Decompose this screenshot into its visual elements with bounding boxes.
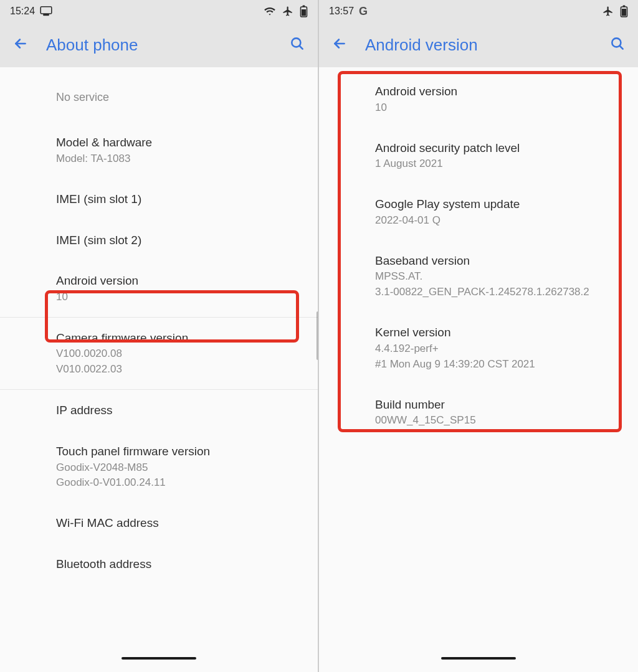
item-title: Bluetooth address bbox=[56, 556, 300, 572]
google-badge-icon: G bbox=[359, 5, 368, 18]
item-title: Model & hardware bbox=[56, 135, 300, 151]
app-bar: Android version bbox=[319, 22, 638, 67]
item-title: Camera firmware version bbox=[56, 330, 300, 346]
status-bar: 15:24 bbox=[0, 0, 318, 22]
android-version-item[interactable]: Android version 10 bbox=[0, 260, 318, 317]
airplane-icon bbox=[282, 6, 293, 17]
svg-rect-4 bbox=[302, 9, 306, 16]
item-title: IMEI (sim slot 2) bbox=[56, 232, 300, 248]
item-title: Android security patch level bbox=[375, 140, 621, 156]
home-indicator[interactable] bbox=[0, 653, 318, 672]
page-title: Android version bbox=[365, 35, 478, 55]
android-version-item[interactable]: Android version 10 bbox=[319, 71, 638, 128]
back-icon[interactable] bbox=[12, 35, 29, 54]
item-title: IP address bbox=[56, 402, 300, 419]
item-title: Android version bbox=[375, 83, 621, 100]
camera-firmware-item[interactable]: Camera firmware version V100.0020.08 V01… bbox=[0, 318, 318, 390]
wifi-icon bbox=[264, 6, 276, 16]
status-time: 15:24 bbox=[10, 6, 35, 17]
item-sub: #1 Mon Aug 9 14:39:20 CST 2021 bbox=[375, 357, 621, 372]
app-bar: About phone bbox=[0, 22, 318, 67]
item-sub: 10 bbox=[56, 290, 300, 305]
item-sub: Goodix-V2048-M85 bbox=[56, 461, 300, 475]
svg-rect-1 bbox=[43, 14, 49, 16]
svg-rect-3 bbox=[303, 6, 305, 7]
build-number-item[interactable]: Build number 00WW_4_15C_SP15 bbox=[319, 384, 638, 441]
status-time: 13:57 bbox=[329, 6, 354, 17]
item-sub: Goodix-0-V01.00.24.11 bbox=[56, 476, 300, 490]
security-patch-item[interactable]: Android security patch level 1 August 20… bbox=[319, 128, 638, 184]
phone-right: 13:57 G Android version And bbox=[319, 0, 638, 672]
item-title: Build number bbox=[375, 397, 621, 413]
bluetooth-address-item[interactable]: Bluetooth address bbox=[0, 544, 318, 585]
back-icon[interactable] bbox=[331, 35, 348, 54]
battery-icon bbox=[620, 5, 628, 17]
item-sub: V010.0022.03 bbox=[56, 362, 300, 377]
status-bar: 13:57 G bbox=[319, 0, 638, 22]
item-title: Baseband version bbox=[375, 253, 621, 269]
home-indicator[interactable] bbox=[319, 653, 638, 672]
item-title: Android version bbox=[56, 273, 300, 289]
kernel-item[interactable]: Kernel version 4.4.192-perf+ #1 Mon Aug … bbox=[319, 312, 638, 384]
content-area[interactable]: No service Model & hardware Model: TA-10… bbox=[0, 67, 318, 653]
item-title: Touch panel firmware version bbox=[56, 443, 300, 460]
item-sub: 3.1-00822_GEN_PACK-1.245278.1.262738.2 bbox=[375, 285, 621, 300]
phone-left: 15:24 bbox=[0, 0, 319, 672]
page-title: About phone bbox=[46, 35, 138, 55]
no-service-label: No service bbox=[56, 90, 300, 105]
imei-2-item[interactable]: IMEI (sim slot 2) bbox=[0, 220, 318, 261]
imei-1-item[interactable]: IMEI (sim slot 1) bbox=[0, 179, 318, 220]
item-sub: V100.0020.08 bbox=[56, 347, 300, 361]
baseband-item[interactable]: Baseband version MPSS.AT. 3.1-00822_GEN_… bbox=[319, 240, 638, 313]
ip-address-item[interactable]: IP address bbox=[0, 390, 318, 431]
search-icon[interactable] bbox=[289, 35, 305, 54]
item-sub: 4.4.192-perf+ bbox=[375, 342, 621, 356]
item-title: IMEI (sim slot 1) bbox=[56, 191, 300, 207]
svg-rect-7 bbox=[623, 6, 626, 7]
model-hardware-item[interactable]: Model & hardware Model: TA-1083 bbox=[0, 122, 318, 179]
google-play-update-item[interactable]: Google Play system update 2022-04-01 Q bbox=[319, 184, 638, 240]
svg-rect-8 bbox=[622, 9, 626, 16]
content-area[interactable]: Android version 10 Android security patc… bbox=[319, 67, 638, 653]
item-sub: 00WW_4_15C_SP15 bbox=[375, 414, 621, 428]
item-sub: 10 bbox=[375, 101, 621, 115]
item-sub: Model: TA-1083 bbox=[56, 152, 300, 166]
airplane-icon bbox=[602, 6, 614, 17]
touch-panel-firmware-item[interactable]: Touch panel firmware version Goodix-V204… bbox=[0, 431, 318, 503]
wifi-mac-item[interactable]: Wi-Fi MAC address bbox=[0, 503, 318, 544]
item-sub: 1 August 2021 bbox=[375, 157, 621, 171]
search-icon[interactable] bbox=[609, 35, 626, 54]
no-service-item: No service bbox=[0, 71, 318, 122]
item-sub: MPSS.AT. bbox=[375, 270, 621, 284]
item-title: Google Play system update bbox=[375, 196, 621, 212]
item-title: Kernel version bbox=[375, 324, 621, 341]
item-sub: 2022-04-01 Q bbox=[375, 214, 621, 228]
cast-icon bbox=[40, 6, 52, 16]
battery-icon bbox=[300, 5, 308, 17]
item-title: Wi-Fi MAC address bbox=[56, 515, 300, 531]
svg-rect-0 bbox=[40, 7, 52, 14]
